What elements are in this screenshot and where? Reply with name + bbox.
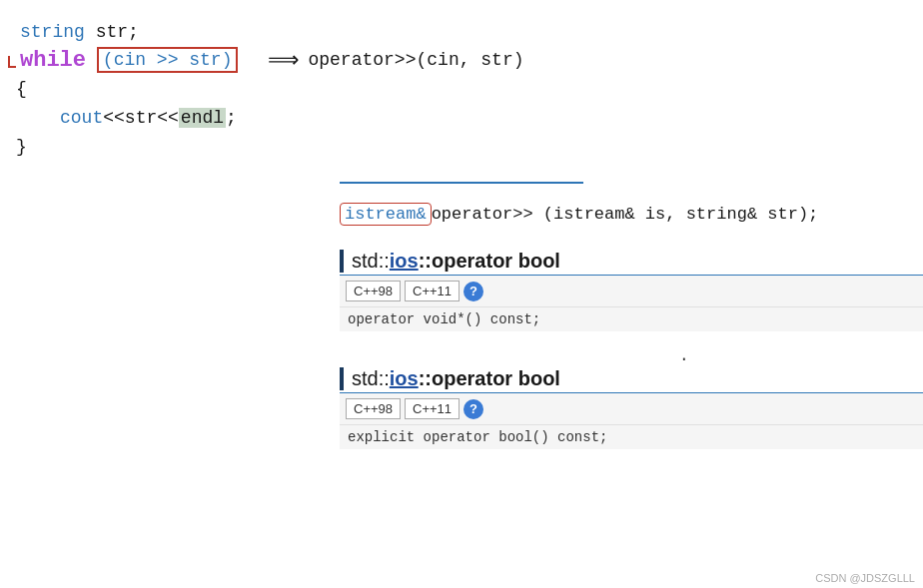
cout-kw: cout [60,108,103,128]
keyword-while: while [20,48,86,73]
code-section: string str ; while (cin >> str) ⟹ operat… [0,0,923,172]
ref-ios-link-2[interactable]: ios [390,367,419,390]
condition-box: (cin >> str) [97,47,239,73]
endl-highlight: endl [179,108,226,128]
brace-open: { [16,79,27,99]
space-1 [85,22,96,42]
ref-suffix-1: ::operator bool [419,250,560,273]
arrow-icon: ⟹ [268,47,300,74]
ref-block-1: std::ios::operator bool C++98 C++11 ? op… [340,250,923,331]
var-str-1: str [96,22,128,42]
ref-prefix-2: std:: [352,367,390,390]
annotation-text: operator>>(cin, str) [308,50,523,70]
brace-mark [8,56,16,68]
code-line-5: } [0,132,923,162]
semi-4: ; [226,108,237,128]
ref-prefix-1: std:: [352,250,390,273]
code-line-2: while (cin >> str) ⟹ operator>>(cin, str… [0,46,923,74]
str-var: str [125,108,157,128]
ref-title-bar-1: std::ios::operator bool [340,250,923,273]
code-line-3: { [0,74,923,104]
badge-cpp11-2[interactable]: C++11 [405,398,460,419]
version-badges-1: C++98 C++11 ? [340,276,923,306]
space-2 [86,50,97,70]
badge-cpp11-1[interactable]: C++11 [405,281,460,301]
code-line-1: string str ; [0,18,923,46]
op1: << [103,108,125,128]
top-divider [340,182,583,184]
help-icon-2[interactable]: ? [463,399,483,419]
ref-title-bar-2: std::ios::operator bool [340,367,923,390]
operator-section: istream& operator>> (istream& is, string… [0,192,923,236]
code-line-4: cout << str << endl ; [0,104,923,132]
op2: << [157,108,179,128]
ref-ios-link-1[interactable]: ios [390,250,419,273]
watermark: CSDN @JDSZGLLL [815,572,915,584]
code-snippet-1: operator void*() const; [340,306,923,331]
version-badges-2: C++98 C++11 ? [340,393,923,424]
badge-cpp98-2[interactable]: C++98 [346,398,401,419]
code-snippet-2: explicit operator bool() const; [340,424,923,449]
dot-separator: . [340,347,923,365]
brace-close: } [16,137,27,157]
help-icon-1[interactable]: ? [463,282,483,301]
ref-blocks: std::ios::operator bool C++98 C++11 ? op… [0,250,923,449]
arrow-annotation: ⟹ operator>>(cin, str) [268,47,523,74]
istream-ref-circled: istream& [340,203,432,226]
ref-suffix-2: ::operator bool [419,367,560,390]
operator-sig-text: operator>> (istream& is, string& str); [432,205,819,224]
ref-block-2: std::ios::operator bool C++98 C++11 ? ex… [340,367,923,449]
keyword-string: string [20,22,85,42]
badge-cpp98-1[interactable]: C++98 [346,281,401,301]
semi-1: ; [128,22,139,42]
